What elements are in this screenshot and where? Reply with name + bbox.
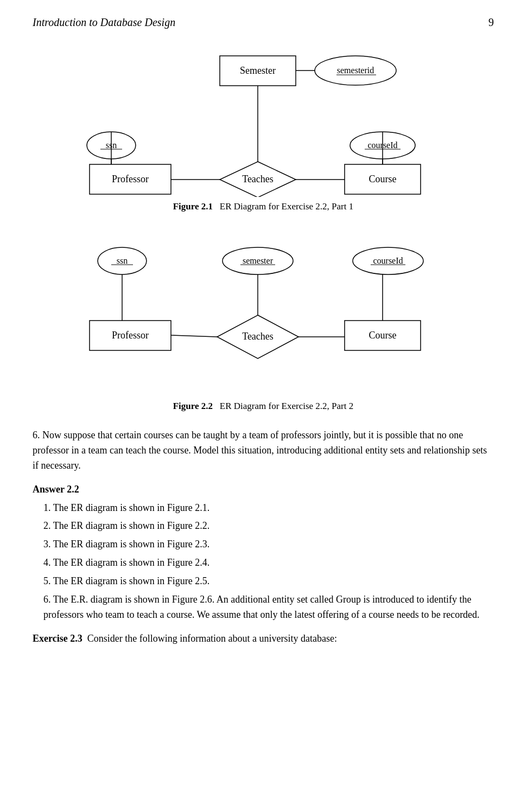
page-title: Introduction to Database Design bbox=[33, 16, 175, 29]
svg-text:courseId: courseId bbox=[373, 256, 403, 265]
figure2-label: Figure 2.2 bbox=[173, 401, 213, 411]
svg-line-43 bbox=[171, 335, 217, 337]
question6-text: 6. Now suppose that certain courses can … bbox=[33, 428, 494, 474]
page-header: Introduction to Database Design 9 bbox=[33, 16, 494, 29]
svg-text:Teaches: Teaches bbox=[242, 331, 274, 342]
svg-text:Professor: Professor bbox=[112, 330, 149, 341]
list-item-4: 4. The ER diagram is shown in Figure 2.4… bbox=[43, 555, 494, 571]
figure1-caption-text: ER Diagram for Exercise 2.2, Part 1 bbox=[220, 201, 353, 212]
list-item-2: 2. The ER diagram is shown in Figure 2.2… bbox=[43, 519, 494, 534]
figure2-svg: ssn semester courseId Professor Teaches … bbox=[79, 228, 448, 397]
exercise3-section: Exercise 2.3 Consider the following info… bbox=[33, 631, 494, 647]
figure1-label: Figure 2.1 bbox=[173, 201, 213, 212]
answer-section: Answer 2.2 1. The ER diagram is shown in… bbox=[33, 482, 494, 623]
svg-text:Professor: Professor bbox=[112, 174, 149, 184]
list-item-1: 1. The ER diagram is shown in Figure 2.1… bbox=[43, 501, 494, 516]
exercise3-text: Exercise 2.3 Consider the following info… bbox=[33, 631, 494, 647]
list-item-5: 5. The ER diagram is shown in Figure 2.5… bbox=[43, 574, 494, 589]
svg-text:semester: semester bbox=[243, 256, 274, 265]
svg-text:Semester: Semester bbox=[240, 65, 276, 76]
list-item-3: 3. The ER diagram is shown in Figure 2.3… bbox=[43, 537, 494, 552]
question6: 6. Now suppose that certain courses can … bbox=[33, 428, 494, 474]
svg-text:Course: Course bbox=[369, 330, 397, 341]
list-item-6: 6. The E.R. diagram is shown in Figure 2… bbox=[43, 592, 494, 623]
figure2-caption-text: ER Diagram for Exercise 2.2, Part 2 bbox=[220, 401, 353, 411]
svg-text:ssn: ssn bbox=[117, 256, 128, 265]
figure1-diagram: Semester semesterid ssn courseId Profess… bbox=[33, 45, 494, 197]
figure1-svg: Semester semesterid ssn courseId Profess… bbox=[79, 45, 448, 197]
figure2-diagram: ssn semester courseId Professor Teaches … bbox=[33, 228, 494, 397]
page-number: 9 bbox=[488, 16, 494, 29]
answer-list: 1. The ER diagram is shown in Figure 2.1… bbox=[43, 501, 494, 623]
answer-label: Answer 2.2 bbox=[33, 482, 494, 497]
svg-text:Teaches: Teaches bbox=[242, 174, 274, 184]
figure1-caption: Figure 2.1 ER Diagram for Exercise 2.2, … bbox=[33, 201, 494, 212]
svg-text:Course: Course bbox=[369, 174, 397, 184]
figure2-caption: Figure 2.2 ER Diagram for Exercise 2.2, … bbox=[33, 401, 494, 412]
svg-text:semesterid: semesterid bbox=[337, 66, 374, 75]
